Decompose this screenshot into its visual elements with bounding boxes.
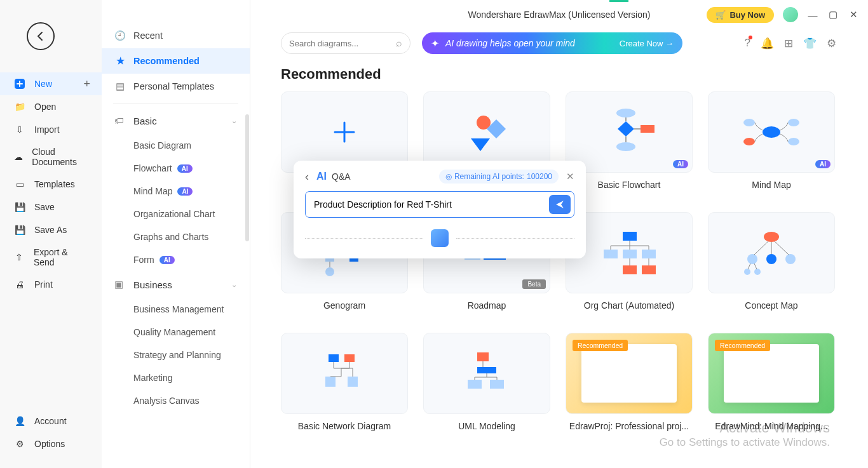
svg-point-17 <box>325 267 334 276</box>
svg-point-11 <box>788 119 799 126</box>
ai-badge: AI <box>177 164 193 173</box>
promo-preview <box>581 344 677 403</box>
maximize-button[interactable]: ▢ <box>827 9 839 20</box>
scrollbar[interactable] <box>245 114 249 241</box>
card-network[interactable]: Basic Network Diagram <box>281 333 408 438</box>
back-button[interactable] <box>27 22 55 50</box>
qa-close-button[interactable]: ✕ <box>566 171 574 182</box>
template-icon: ▤ <box>114 81 126 92</box>
card-uml[interactable]: UML Modeling <box>423 333 550 438</box>
templates-icon: ▭ <box>14 178 25 190</box>
sub-graphs[interactable]: Graphs and Charts <box>102 225 250 248</box>
sub-basic-diagram[interactable]: Basic Diagram <box>102 134 250 157</box>
sub-mindmap[interactable]: Mind MapAI <box>102 180 250 203</box>
nav-saveas[interactable]: 💾Save As <box>0 218 102 241</box>
cat-recent[interactable]: 🕘Recent <box>102 23 250 48</box>
target-icon: ◎ <box>445 172 452 181</box>
ai-banner-cta: Create Now → <box>620 39 674 48</box>
nav-account[interactable]: 👤Account <box>0 410 102 432</box>
nav-options[interactable]: ⚙Options <box>0 432 102 455</box>
nav-cloud[interactable]: ☁Cloud Documents <box>0 141 102 173</box>
card-edrawmind[interactable]: RecommendedEdrawMind: Mind Mapping... <box>708 333 835 438</box>
nav-print[interactable]: 🖨Print <box>0 273 102 296</box>
qa-input[interactable] <box>309 196 544 213</box>
nav-open[interactable]: 📁Open <box>0 95 102 118</box>
sub-quality[interactable]: Quality Management <box>102 321 250 344</box>
recommended-badge: Recommended <box>573 340 628 351</box>
plus-icon <box>306 104 383 161</box>
avatar[interactable] <box>783 7 798 22</box>
sub-strategy[interactable]: Strategy and Planning <box>102 344 250 366</box>
svg-point-34 <box>744 269 750 275</box>
svg-rect-29 <box>642 265 656 274</box>
svg-rect-26 <box>623 250 637 258</box>
nav-templates[interactable]: ▭Templates <box>0 173 102 196</box>
sub-biz-mgmt[interactable]: Business Management <box>102 298 250 321</box>
ai-badge: AI <box>673 160 688 168</box>
nav-export[interactable]: ⇧Export & Send <box>0 241 102 273</box>
svg-rect-38 <box>325 377 336 387</box>
template-grid: AIBasic Flowchart AIMind Map Genogram Be… <box>250 91 868 438</box>
sub-marketing[interactable]: Marketing <box>102 366 250 389</box>
qa-back-button[interactable]: ‹ <box>305 170 309 184</box>
svg-point-9 <box>743 119 755 126</box>
card-mindmap[interactable]: AIMind Map <box>708 91 835 197</box>
buy-now-button[interactable]: 🛒Buy Now <box>707 7 774 23</box>
cloud-icon: ☁ <box>14 151 23 163</box>
svg-rect-24 <box>623 232 637 241</box>
svg-rect-28 <box>623 265 637 274</box>
card-conceptmap[interactable]: Concept Map <box>708 212 835 318</box>
plus-icon[interactable]: + <box>83 77 90 91</box>
conceptmap-icon <box>733 224 810 281</box>
qa-points[interactable]: ◎Remaining AI points: 100200 <box>439 170 559 184</box>
svg-rect-27 <box>642 250 656 258</box>
mindmap-icon <box>733 104 810 161</box>
svg-point-32 <box>766 254 776 264</box>
clock-icon: 🕘 <box>114 30 126 41</box>
nav-new[interactable]: New + <box>0 72 102 95</box>
tab-indicator <box>609 0 628 2</box>
minimize-button[interactable]: — <box>807 10 818 20</box>
svg-rect-41 <box>477 367 496 373</box>
bell-icon[interactable]: 🔔 <box>761 37 774 50</box>
qa-send-button[interactable] <box>549 195 571 214</box>
orgchart-icon <box>591 224 667 281</box>
import-icon: ⇩ <box>14 124 25 135</box>
sparkle-icon: ✦ <box>431 37 439 50</box>
section-title: Recommended <box>281 66 868 83</box>
ai-badge: AI <box>177 187 193 196</box>
ai-banner-text: AI drawing helps open your mind <box>445 38 575 48</box>
left-sidebar: New + 📁Open ⇩Import ☁Cloud Documents ▭Te… <box>0 0 102 468</box>
cat-basic[interactable]: 🏷Basic⌄ <box>102 107 250 134</box>
chevron-down-icon: ⌄ <box>231 281 237 289</box>
cat-personal[interactable]: ▤Personal Templates <box>102 74 250 99</box>
ai-banner[interactable]: ✦ AI drawing helps open your mind Create… <box>422 32 682 54</box>
toolbar-right: ? 🔔 ⊞ 👕 ⚙ <box>745 37 836 50</box>
sub-analysis[interactable]: Analysis Canvas <box>102 389 250 412</box>
cat-business[interactable]: ▣Business⌄ <box>102 271 250 298</box>
sub-flowchart[interactable]: FlowchartAI <box>102 157 250 180</box>
apps-icon[interactable]: ⊞ <box>784 37 793 50</box>
shirt-icon[interactable]: 👕 <box>803 37 817 50</box>
close-button[interactable]: ✕ <box>848 9 859 20</box>
help-icon[interactable]: ? <box>745 37 750 50</box>
nav-import[interactable]: ⇩Import <box>0 118 102 141</box>
svg-point-12 <box>788 138 799 145</box>
search-icon[interactable]: ⌕ <box>396 37 402 49</box>
sub-orgchart[interactable]: Organizational Chart <box>102 203 250 225</box>
nav-save[interactable]: 💾Save <box>0 196 102 218</box>
search-box[interactable]: ⌕ <box>281 32 410 54</box>
sub-form[interactable]: FormAI <box>102 248 250 271</box>
category-sidebar: 🕘Recent ★Recommended ▤Personal Templates… <box>102 0 250 468</box>
settings-icon[interactable]: ⚙ <box>827 37 836 50</box>
shapes-icon <box>449 104 525 161</box>
qa-divider <box>305 229 574 247</box>
toolbar: ⌕ ✦ AI drawing helps open your mind Crea… <box>250 29 868 57</box>
search-input[interactable] <box>289 39 396 48</box>
card-edrawproj[interactable]: RecommendedEdrawProj: Professional proj.… <box>566 333 693 438</box>
chevron-down-icon: ⌄ <box>231 117 237 125</box>
network-icon <box>306 345 383 402</box>
svg-rect-40 <box>477 352 489 361</box>
save-icon: 💾 <box>14 201 25 213</box>
cat-recommended[interactable]: ★Recommended <box>102 48 250 74</box>
